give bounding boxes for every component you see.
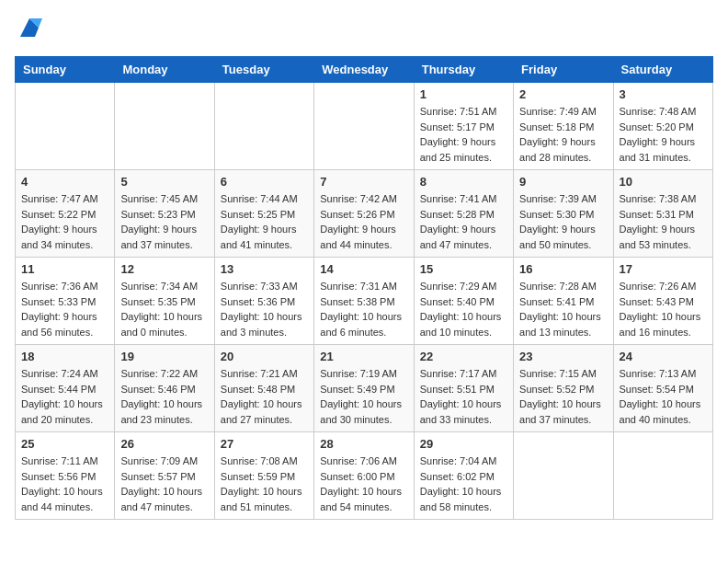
calendar-cell: 29 Sunrise: 7:04 AM Sunset: 6:02 PM Dayl… — [414, 432, 513, 520]
column-header-tuesday: Tuesday — [214, 57, 313, 83]
sunset-text: Sunset: 5:36 PM — [221, 296, 295, 307]
day-number: 25 — [21, 437, 108, 451]
day-number: 11 — [21, 262, 108, 276]
daylight-text: Daylight: 9 hours and 44 minutes. — [320, 224, 396, 250]
day-number: 13 — [221, 262, 308, 276]
week-row-3: 11 Sunrise: 7:36 AM Sunset: 5:33 PM Dayl… — [16, 258, 713, 345]
calendar-cell — [613, 432, 712, 520]
sunset-text: Sunset: 6:02 PM — [420, 471, 495, 482]
daylight-text: Daylight: 10 hours and 54 minutes. — [320, 486, 402, 512]
calendar-cell: 28 Sunrise: 7:06 AM Sunset: 6:00 PM Dayl… — [314, 432, 414, 520]
cell-content: Sunrise: 7:09 AM Sunset: 5:57 PM Dayligh… — [120, 454, 208, 514]
sunset-text: Sunset: 5:35 PM — [120, 296, 195, 307]
cell-content: Sunrise: 7:36 AM Sunset: 5:33 PM Dayligh… — [21, 279, 108, 339]
day-number: 12 — [120, 262, 208, 276]
calendar-cell: 27 Sunrise: 7:08 AM Sunset: 5:59 PM Dayl… — [214, 432, 313, 520]
sunrise-text: Sunrise: 7:36 AM — [21, 281, 98, 292]
sunset-text: Sunset: 5:18 PM — [519, 121, 594, 132]
day-number: 22 — [420, 350, 507, 363]
cell-content: Sunrise: 7:42 AM Sunset: 5:26 PM Dayligh… — [320, 191, 407, 252]
daylight-text: Daylight: 10 hours and 30 minutes. — [320, 398, 402, 425]
cell-content: Sunrise: 7:39 AM Sunset: 5:30 PM Dayligh… — [519, 191, 607, 252]
sunset-text: Sunset: 5:44 PM — [21, 384, 96, 395]
daylight-text: Daylight: 9 hours and 31 minutes. — [620, 136, 696, 163]
calendar-cell: 7 Sunrise: 7:42 AM Sunset: 5:26 PM Dayli… — [314, 170, 414, 258]
cell-content: Sunrise: 7:49 AM Sunset: 5:18 PM Dayligh… — [519, 104, 607, 165]
day-number: 21 — [320, 350, 407, 363]
daylight-text: Daylight: 10 hours and 13 minutes. — [519, 311, 601, 338]
day-number: 15 — [420, 262, 507, 276]
daylight-text: Daylight: 9 hours and 34 minutes. — [21, 224, 97, 250]
page-header — [15, 15, 713, 45]
day-number: 8 — [420, 175, 507, 189]
calendar-cell: 1 Sunrise: 7:51 AM Sunset: 5:17 PM Dayli… — [414, 83, 513, 170]
daylight-text: Daylight: 10 hours and 16 minutes. — [620, 311, 701, 338]
sunset-text: Sunset: 5:46 PM — [120, 384, 195, 395]
sunrise-text: Sunrise: 7:48 AM — [620, 106, 697, 117]
sunrise-text: Sunrise: 7:17 AM — [420, 368, 497, 379]
sunset-text: Sunset: 5:56 PM — [21, 471, 96, 482]
day-number: 27 — [221, 437, 308, 451]
calendar-cell: 13 Sunrise: 7:33 AM Sunset: 5:36 PM Dayl… — [214, 258, 313, 345]
daylight-text: Daylight: 10 hours and 27 minutes. — [221, 398, 302, 425]
sunset-text: Sunset: 5:41 PM — [519, 296, 594, 307]
sunrise-text: Sunrise: 7:47 AM — [21, 193, 98, 204]
sunrise-text: Sunrise: 7:31 AM — [320, 281, 397, 292]
daylight-text: Daylight: 9 hours and 25 minutes. — [420, 136, 496, 163]
calendar-cell: 18 Sunrise: 7:24 AM Sunset: 5:44 PM Dayl… — [16, 345, 115, 432]
cell-content: Sunrise: 7:04 AM Sunset: 6:02 PM Dayligh… — [420, 454, 507, 514]
sunrise-text: Sunrise: 7:04 AM — [420, 455, 497, 466]
calendar-cell — [214, 83, 313, 170]
cell-content: Sunrise: 7:17 AM Sunset: 5:51 PM Dayligh… — [420, 366, 507, 427]
calendar-cell: 4 Sunrise: 7:47 AM Sunset: 5:22 PM Dayli… — [16, 170, 115, 258]
week-row-5: 25 Sunrise: 7:11 AM Sunset: 5:56 PM Dayl… — [16, 432, 713, 520]
cell-content: Sunrise: 7:33 AM Sunset: 5:36 PM Dayligh… — [221, 279, 308, 339]
cell-content: Sunrise: 7:45 AM Sunset: 5:23 PM Dayligh… — [120, 191, 208, 252]
sunset-text: Sunset: 5:57 PM — [120, 471, 195, 482]
day-number: 29 — [420, 437, 507, 451]
day-number: 10 — [620, 175, 707, 189]
column-header-sunday: Sunday — [16, 57, 115, 83]
calendar-cell: 16 Sunrise: 7:28 AM Sunset: 5:41 PM Dayl… — [514, 258, 613, 345]
cell-content: Sunrise: 7:13 AM Sunset: 5:54 PM Dayligh… — [620, 366, 707, 427]
sunrise-text: Sunrise: 7:26 AM — [620, 281, 697, 292]
day-number: 6 — [221, 175, 308, 189]
daylight-text: Daylight: 10 hours and 47 minutes. — [120, 486, 202, 512]
calendar-cell: 14 Sunrise: 7:31 AM Sunset: 5:38 PM Dayl… — [314, 258, 414, 345]
cell-content: Sunrise: 7:26 AM Sunset: 5:43 PM Dayligh… — [620, 279, 707, 339]
cell-content: Sunrise: 7:48 AM Sunset: 5:20 PM Dayligh… — [620, 104, 707, 165]
sunrise-text: Sunrise: 7:34 AM — [120, 281, 198, 292]
cell-content: Sunrise: 7:34 AM Sunset: 5:35 PM Dayligh… — [120, 279, 208, 339]
calendar-cell — [16, 83, 115, 170]
cell-content: Sunrise: 7:19 AM Sunset: 5:49 PM Dayligh… — [320, 366, 407, 427]
sunset-text: Sunset: 5:30 PM — [519, 209, 594, 220]
sunrise-text: Sunrise: 7:13 AM — [620, 368, 697, 379]
calendar-cell — [115, 83, 214, 170]
day-number: 3 — [620, 87, 707, 101]
sunset-text: Sunset: 5:22 PM — [21, 209, 96, 220]
day-number: 28 — [320, 437, 407, 451]
calendar-cell: 26 Sunrise: 7:09 AM Sunset: 5:57 PM Dayl… — [115, 432, 214, 520]
daylight-text: Daylight: 9 hours and 56 minutes. — [21, 311, 97, 338]
calendar-cell: 20 Sunrise: 7:21 AM Sunset: 5:48 PM Dayl… — [214, 345, 313, 432]
sunrise-text: Sunrise: 7:49 AM — [519, 106, 597, 117]
sunrise-text: Sunrise: 7:38 AM — [620, 193, 697, 204]
column-header-monday: Monday — [115, 57, 214, 83]
column-header-thursday: Thursday — [414, 57, 513, 83]
daylight-text: Daylight: 9 hours and 50 minutes. — [519, 224, 596, 250]
week-row-2: 4 Sunrise: 7:47 AM Sunset: 5:22 PM Dayli… — [16, 170, 713, 258]
cell-content: Sunrise: 7:29 AM Sunset: 5:40 PM Dayligh… — [420, 279, 507, 339]
sunset-text: Sunset: 5:17 PM — [420, 121, 495, 132]
logo-icon — [17, 15, 42, 40]
cell-content: Sunrise: 7:11 AM Sunset: 5:56 PM Dayligh… — [21, 454, 108, 514]
cell-content: Sunrise: 7:38 AM Sunset: 5:31 PM Dayligh… — [620, 191, 707, 252]
day-number: 7 — [320, 175, 407, 189]
calendar-table: SundayMondayTuesdayWednesdayThursdayFrid… — [15, 56, 713, 520]
daylight-text: Daylight: 10 hours and 0 minutes. — [120, 311, 202, 338]
calendar-cell: 22 Sunrise: 7:17 AM Sunset: 5:51 PM Dayl… — [414, 345, 513, 432]
calendar-cell: 25 Sunrise: 7:11 AM Sunset: 5:56 PM Dayl… — [16, 432, 115, 520]
sunset-text: Sunset: 5:33 PM — [21, 296, 96, 307]
sunrise-text: Sunrise: 7:08 AM — [221, 455, 298, 466]
calendar-cell — [314, 83, 414, 170]
sunset-text: Sunset: 5:20 PM — [620, 121, 694, 132]
